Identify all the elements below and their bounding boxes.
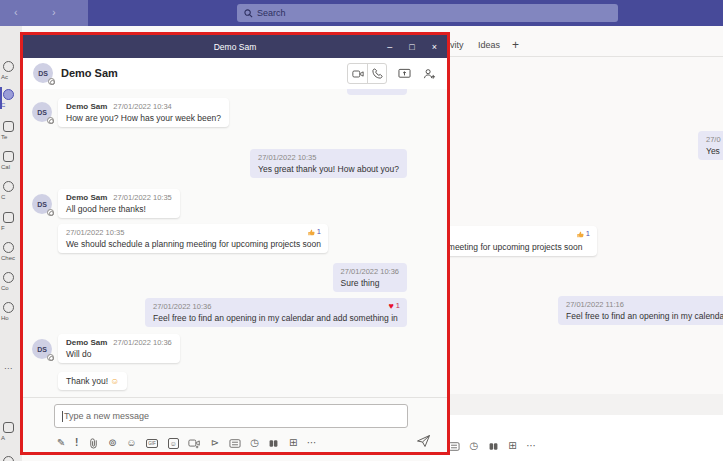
message-input[interactable]: Type a new message — [54, 404, 408, 428]
thumbs-up-icon — [307, 228, 315, 236]
viva-apps-icon[interactable]: ⊞ — [289, 437, 297, 449]
sidebar-item-apps[interactable]: A — [0, 422, 22, 441]
text-cursor — [62, 411, 63, 422]
add-people-icon — [423, 68, 436, 80]
pinned-app-1-icon — [3, 242, 14, 253]
thumbs-up-reaction[interactable]: 1 — [576, 229, 590, 238]
praise-icon[interactable] — [488, 441, 499, 452]
close-button[interactable]: × — [432, 42, 437, 52]
calls-icon — [3, 181, 14, 192]
message-input-placeholder: Type a new message — [64, 411, 149, 421]
contact-avatar[interactable]: DS — [33, 63, 53, 83]
set-delivery-options-icon[interactable]: ! — [75, 437, 78, 449]
apps-store-icon — [3, 422, 14, 433]
message-bubble: 27/01/2022 10:35 We should schedule a pl… — [58, 224, 328, 253]
video-call-button[interactable] — [348, 64, 367, 83]
phone-icon — [372, 68, 383, 79]
more-apps-icon[interactable]: ⋯ — [4, 364, 12, 373]
sidebar-item-pinned-app-2[interactable]: Co — [0, 272, 22, 291]
help-icon — [3, 456, 14, 461]
stream-icon[interactable] — [229, 438, 241, 449]
presence-status-icon — [47, 354, 54, 361]
tab-activity-cut[interactable]: vity — [450, 40, 464, 50]
schedule-send-icon[interactable]: ◷ — [470, 440, 479, 452]
calendar-icon — [3, 151, 14, 162]
message-bubble: 27/01/2022 10:36 Feel free to find an op… — [145, 298, 407, 327]
add-tab-icon[interactable]: + — [512, 38, 519, 52]
viva-apps-icon[interactable]: ⊞ — [508, 440, 516, 452]
sender-avatar: DS — [32, 194, 52, 214]
call-button-group — [347, 63, 387, 84]
add-people-button[interactable] — [421, 66, 437, 82]
more-options-icon[interactable]: ⋯ — [526, 440, 536, 452]
chat-header: DS Demo Sam — [23, 58, 447, 89]
attach-file-icon[interactable] — [88, 437, 99, 449]
sidebar-item-chat[interactable]: C — [0, 89, 22, 108]
meet-now-icon[interactable] — [188, 438, 201, 449]
sidebar-item-calls[interactable]: C — [0, 181, 22, 200]
teams-screen: ‹ › Search Ac C Te Cal C F Chec Co Ho ⋯ … — [0, 0, 723, 461]
search-icon — [244, 9, 253, 18]
message-bubble: Demo Sam27/01/2022 10:36 Will do — [58, 334, 180, 363]
minimize-button[interactable]: – — [387, 42, 392, 52]
sticker-icon[interactable]: ☺ — [168, 438, 179, 449]
schedule-send-icon[interactable]: ◷ — [250, 437, 259, 449]
sidebar-item-teams[interactable]: Te — [0, 121, 22, 140]
message-bubble: Demo Sam27/01/2022 10:35 All good here t… — [58, 189, 180, 218]
message-bubble: Demo Sam27/01/2022 10:34 How are you? Ho… — [58, 98, 229, 127]
sender-avatar: DS — [32, 102, 52, 122]
emoji-icon[interactable]: ☺ — [126, 437, 136, 449]
sidebar-item-pinned-app-3[interactable]: Ho — [0, 302, 22, 321]
presence-status-icon — [47, 117, 54, 124]
tabs-divider — [430, 56, 723, 57]
popout-chat-window: Demo Sam – □ × DS Demo Sam — [20, 32, 450, 455]
bg-message-sent-cut: 27/0 Yes — [698, 131, 723, 160]
message-bubble: 27/01/2022 10:35 Yes great thank you! Ho… — [250, 149, 407, 178]
smiling-face-emoji: ☺ — [110, 376, 119, 386]
bg-compose-area — [430, 415, 723, 461]
thumbs-up-icon — [576, 230, 584, 238]
approvals-flag-icon[interactable]: ⊳ — [211, 437, 219, 449]
search-input[interactable]: Search — [237, 4, 618, 22]
compose-toolbar: ✎ ! ⊚ ☺ GIF ☺ ⊳ ◷ ⊞ ⋯ — [57, 435, 317, 451]
format-icon[interactable]: ✎ — [57, 437, 65, 449]
gif-icon[interactable]: GIF — [146, 439, 159, 448]
teams-title-bar: ‹ › Search — [0, 0, 723, 26]
bg-message-received-cut: ng meeting for upcoming projects soon 1 — [428, 226, 597, 256]
activity-bell-icon — [3, 61, 14, 72]
loop-component-icon[interactable]: ⊚ — [108, 437, 116, 449]
search-placeholder: Search — [257, 8, 286, 18]
tab-ideas[interactable]: Ideas — [478, 40, 500, 50]
send-button[interactable] — [416, 434, 431, 448]
bg-compose-toolbar: ◷ ⊞ ⋯ — [448, 440, 536, 452]
sidebar-item-pinned-app-1[interactable]: Chec — [0, 242, 22, 261]
sidebar-item-calendar[interactable]: Cal — [0, 151, 22, 170]
chat-icon — [3, 89, 14, 100]
message-bubble: Hi Demo ☺ — [347, 89, 407, 95]
app-rail: Ac C Te Cal C F Chec Co Ho ⋯ A H — [0, 26, 22, 461]
back-icon[interactable]: ‹ — [14, 6, 18, 19]
contact-name: Demo Sam — [61, 67, 118, 79]
heart-reaction[interactable]: ♥ 1 — [388, 301, 400, 310]
audio-call-button[interactable] — [367, 64, 386, 83]
heart-icon: ♥ — [388, 302, 393, 310]
thumbs-up-reaction[interactable]: 1 — [307, 227, 321, 236]
more-options-icon[interactable]: ⋯ — [307, 437, 317, 449]
screen-share-button[interactable] — [396, 66, 412, 82]
maximize-button[interactable]: □ — [409, 42, 414, 52]
sender-avatar: DS — [32, 339, 52, 359]
send-icon — [416, 434, 431, 448]
message-bubble: 27/01/2022 10:36 Sure thing — [333, 263, 407, 292]
sidebar-item-files[interactable]: F — [0, 212, 22, 231]
smiling-face-emoji: ☺ — [390, 89, 399, 91]
bg-compose-band — [430, 394, 723, 415]
popout-title-bar: Demo Sam – □ × — [23, 35, 447, 58]
forward-icon[interactable]: › — [52, 6, 56, 19]
window-title: Demo Sam — [214, 42, 257, 52]
sidebar-item-help[interactable]: H — [0, 456, 22, 461]
praise-icon[interactable] — [268, 438, 279, 449]
presence-status-icon — [47, 209, 54, 216]
sidebar-item-activity[interactable]: Ac — [0, 61, 22, 80]
compose-divider — [23, 397, 447, 398]
files-icon — [3, 212, 14, 223]
